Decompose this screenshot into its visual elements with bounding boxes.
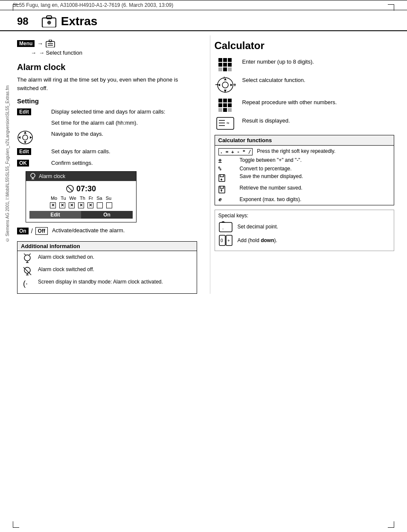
svg-marker-12 (30, 136, 32, 139)
func-key-plusminus: ± (218, 157, 235, 164)
additional-info-body: Alarm clock switched on. Alarm clock swi… (17, 251, 197, 293)
special-keys-box: Special keys: . Set decimal point. (215, 210, 395, 251)
add-key-desc: Add (hold down). (238, 237, 391, 243)
ok-row: OK Confirm settings. (17, 159, 197, 167)
on-badge: On (17, 228, 29, 234)
info-row-off: Alarm clock switched off. (21, 266, 193, 276)
alarm-display: Alarm clock 07:30 Mo Tu We (26, 171, 137, 222)
alarm-time-value: 07:30 (76, 184, 96, 193)
svg-marker-9 (24, 132, 26, 134)
alarm-checkboxes: ✕ ✕ ✕ ✕ ✕ (29, 202, 133, 208)
func-desc-plusminus: Toggle between "+" and "-". (240, 157, 391, 163)
decimal-key-icon: . (218, 221, 233, 233)
decimal-key-desc: Set decimal point. (238, 224, 391, 230)
alarm-on-icon (21, 254, 34, 264)
alarm-buttons: Edit On (29, 211, 133, 219)
ok-badge: OK (17, 160, 29, 167)
result-display-icon: ≈ (215, 117, 236, 130)
navigate-days-text: Navigate to the days. (51, 130, 197, 138)
svg-text:+: + (233, 82, 236, 88)
svg-point-23 (24, 267, 30, 273)
svg-text:(·: (· (23, 279, 28, 288)
page-heading: 98 ⊕ Extras (0, 10, 407, 31)
func-desc-retrieve: Retrieve the number saved. (240, 185, 391, 191)
corner-tl (13, 4, 19, 11)
calc-result-text: Result is displayed. (242, 117, 395, 125)
corner-bl (13, 521, 19, 528)
calc-func-percent: % Convert to percentage. (218, 165, 391, 172)
on-off-row: On / Off Activate/deactivate the alarm. (17, 227, 197, 235)
alarm-clock-title: Alarm clock (17, 62, 197, 72)
off-badge: Off (35, 227, 48, 235)
special-keys-title: Special keys: (218, 213, 391, 219)
special-key-add: 0 + Add (hold down). (218, 234, 391, 246)
calc-func-retrieve: Retrieve the number saved. (218, 184, 391, 196)
retrieve-number-icon (218, 185, 226, 193)
save-number-icon (218, 173, 226, 182)
wave-icon-container: (· (21, 278, 34, 289)
alarm-off-icon (66, 185, 74, 193)
decimal-icon: . (219, 221, 233, 233)
confirm-text: Confirm settings. (51, 159, 197, 167)
alarm-display-body: 07:30 Mo Tu We Th Fr Sa Su ✕ ✕ ✕ (26, 181, 136, 222)
calc-enter-number-text: Enter number (up to 8 digits). (242, 58, 395, 66)
edit-days-badge: Edit (17, 148, 31, 155)
svg-rect-3 (46, 41, 55, 47)
wave-icon: (· (22, 278, 32, 289)
down-bold: down (261, 237, 274, 243)
main-content: Menu → → → Select function Alarm clock T… (0, 35, 407, 307)
instruction-edit-row: Edit Display selected time and days for … (17, 108, 197, 116)
info-text-on: Alarm clock switched on. (38, 254, 94, 261)
svg-text:≈: ≈ (227, 120, 230, 126)
result-icon: ≈ (216, 117, 234, 130)
svg-line-17 (67, 186, 73, 191)
func-key-percent: % (218, 166, 235, 172)
svg-marker-10 (24, 141, 26, 143)
svg-point-29 (222, 82, 228, 88)
svg-text:0: 0 (221, 238, 223, 243)
func-desc-percent: Convert to percentage. (240, 166, 391, 172)
func-key-retrieve (218, 185, 235, 195)
header-bar: SL55 Fugu, lang en, A31008-H4910-A1-2-76… (0, 0, 407, 10)
svg-line-22 (29, 254, 31, 255)
alarm-time: 07:30 (29, 184, 133, 193)
sub-instruction-time: Set time for the alarm call (hh:mm). (51, 119, 197, 127)
nav-icon (17, 131, 33, 144)
svg-rect-47 (219, 222, 232, 232)
edit-days-label: Edit (17, 148, 47, 155)
checkbox-th: ✕ (78, 202, 84, 208)
setting-subtitle: Setting (17, 97, 197, 105)
calc-nav-icon: − + x / (215, 76, 236, 94)
nav-icon-label (17, 130, 47, 144)
select-function-line: → → Select function (31, 50, 197, 56)
func-key-operators: . = + - * / (218, 148, 253, 155)
info-row-on: Alarm clock switched on. (21, 254, 193, 264)
calc-select-func-row: − + x / Select calculator function. (215, 76, 395, 94)
svg-point-8 (23, 135, 28, 140)
svg-point-13 (31, 173, 35, 178)
calc-func-exp: e Exponent (max. two digits). (218, 196, 391, 203)
calc-func-plusminus: ± Toggle between "+" and "-". (218, 156, 391, 165)
alarm-btn-on[interactable]: On (81, 211, 133, 219)
info-text-off: Alarm clock switched off. (38, 266, 94, 273)
nav-calc-icon: − + x / (215, 76, 236, 94)
bell-on-icon (22, 254, 32, 264)
alarm-btn-edit[interactable]: Edit (29, 211, 81, 219)
svg-text:+: + (227, 238, 230, 243)
page-title: ⊕ Extras (41, 15, 98, 28)
right-column: Calculator Enter number (up to 8 digits)… (210, 35, 395, 294)
svg-marker-33 (230, 84, 233, 86)
keypad-icon-2 (215, 99, 236, 112)
corner-br (388, 521, 394, 528)
additional-info-header: Additional information (17, 242, 197, 251)
func-desc-operators: Press the right soft key repeatedly. (257, 148, 390, 154)
page-container: © Siemens AG 2001, I:\Mobil\L55\SL55_Fug… (0, 0, 407, 532)
func-desc-save: Save the number displayed. (240, 173, 391, 179)
edit-badge: Edit (17, 108, 31, 115)
func-desc-exp: Exponent (max. two digits). (240, 196, 391, 202)
calc-result-row: ≈ Result is displayed. (215, 117, 395, 130)
arrow-select: → (31, 50, 36, 56)
svg-point-18 (24, 255, 30, 261)
copyright-sidebar: © Siemens AG 2001, I:\Mobil\L55\SL55_Fug… (5, 85, 10, 242)
corner-tr (388, 4, 394, 11)
